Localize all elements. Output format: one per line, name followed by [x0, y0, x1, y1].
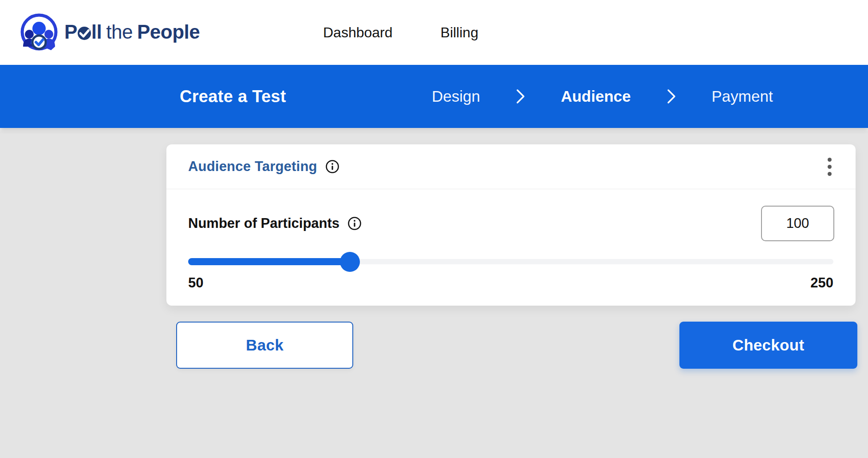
participants-value-input[interactable] — [761, 206, 834, 241]
brand-word-poll-ll: ll — [91, 21, 102, 43]
participants-label: Number of Participants — [188, 215, 339, 231]
participants-slider[interactable] — [188, 258, 833, 265]
info-icon[interactable] — [347, 216, 362, 231]
nav-link-dashboard[interactable]: Dashboard — [323, 24, 393, 41]
workflow-bar: Create a Test Design Audience Payment — [0, 65, 868, 128]
chevron-right-icon — [516, 87, 525, 106]
slider-bounds: 50 250 — [188, 275, 833, 291]
top-navigation: Dashboard Billing — [323, 0, 478, 65]
brand-check-o-icon — [78, 27, 91, 40]
step-audience[interactable]: Audience — [561, 88, 631, 105]
workflow-steps: Design Audience Payment — [432, 65, 773, 128]
main-content: Audience Targeting Number of Participant… — [0, 128, 868, 458]
workflow-title: Create a Test — [180, 65, 286, 128]
brand-word-people: People — [137, 21, 200, 43]
step-payment[interactable]: Payment — [712, 88, 773, 105]
brand-wordmark: PllthePeople — [64, 21, 200, 43]
brand-word-the: the — [106, 21, 133, 43]
poll-the-people-logo-icon — [20, 13, 58, 51]
nav-link-billing[interactable]: Billing — [441, 24, 478, 41]
slider-min-label: 50 — [188, 275, 203, 291]
audience-targeting-card: Audience Targeting Number of Participant… — [166, 144, 856, 306]
slider-thumb[interactable] — [340, 252, 360, 272]
checkout-button[interactable]: Checkout — [679, 322, 857, 369]
participants-label-row: Number of Participants — [188, 215, 362, 231]
slider-max-label: 250 — [810, 275, 833, 291]
card-title: Audience Targeting — [188, 159, 317, 175]
brand-logo[interactable]: PllthePeople — [20, 12, 180, 52]
card-header: Audience Targeting — [166, 144, 856, 189]
step-design[interactable]: Design — [432, 88, 480, 105]
info-icon[interactable] — [325, 159, 339, 174]
kebab-menu-icon[interactable] — [823, 153, 836, 180]
chevron-right-icon — [667, 87, 676, 106]
slider-fill — [188, 258, 350, 265]
brand-word-poll-p: P — [64, 21, 77, 43]
back-button[interactable]: Back — [176, 322, 353, 369]
top-header: PllthePeople Dashboard Billing — [0, 0, 868, 65]
